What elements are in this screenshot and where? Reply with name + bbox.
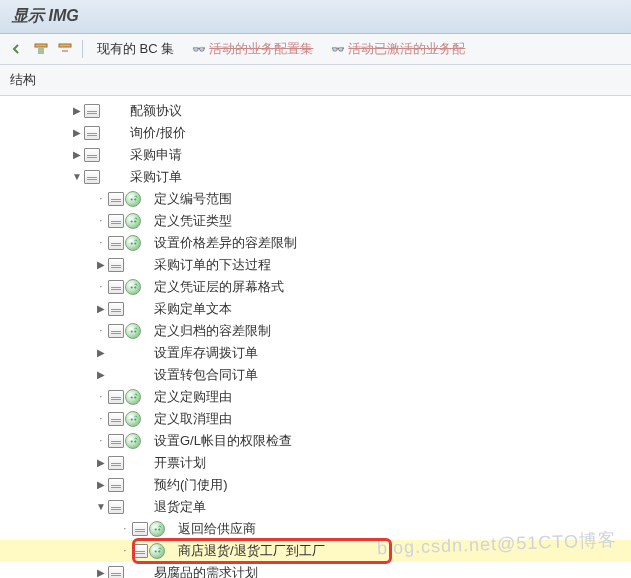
caret-down-icon[interactable]: ▼	[70, 170, 84, 184]
caret-right-icon[interactable]: ▶	[94, 566, 108, 578]
execute-icon[interactable]	[125, 191, 141, 207]
active-config-set-button[interactable]: 👓活动的业务配置集	[184, 38, 321, 60]
tree-node-label: 采购申请	[124, 144, 182, 166]
svg-point-19	[158, 528, 160, 530]
document-icon[interactable]	[84, 126, 100, 140]
execute-icon[interactable]	[125, 389, 141, 405]
document-icon[interactable]	[108, 214, 124, 228]
tree-row[interactable]: ▶采购订单的下达过程	[0, 254, 631, 276]
caret-right-icon[interactable]: ▶	[94, 456, 108, 470]
tree-row[interactable]: ▶开票计划	[0, 452, 631, 474]
tree-row[interactable]: ▶易腐品的需求计划	[0, 562, 631, 578]
svg-point-12	[130, 396, 132, 398]
document-icon[interactable]	[108, 456, 124, 470]
execute-icon[interactable]	[149, 543, 165, 559]
execute-icon[interactable]	[125, 213, 141, 229]
caret-right-icon[interactable]: ▶	[70, 148, 84, 162]
document-icon[interactable]	[108, 258, 124, 272]
document-icon[interactable]	[84, 148, 100, 162]
bullet-icon: ·	[118, 522, 132, 536]
tree-row[interactable]: ·设置G/L帐目的权限检查	[0, 430, 631, 452]
document-icon[interactable]	[108, 192, 124, 206]
svg-point-20	[154, 550, 156, 552]
svg-point-5	[134, 220, 136, 222]
tree-node-label: 定义凭证类型	[148, 210, 232, 232]
tree-node-label: 询价/报价	[124, 122, 186, 144]
glasses-icon: 👓	[192, 43, 206, 55]
tree-row[interactable]: ·定义定购理由	[0, 386, 631, 408]
document-icon[interactable]	[108, 478, 124, 492]
svg-point-7	[134, 242, 136, 244]
execute-icon[interactable]	[125, 323, 141, 339]
structure-header: 结构	[0, 65, 631, 96]
bullet-icon: ·	[94, 412, 108, 426]
document-icon[interactable]	[108, 390, 124, 404]
bullet-icon: ·	[118, 544, 132, 558]
caret-right-icon[interactable]: ▶	[70, 126, 84, 140]
tree-row[interactable]: ·定义凭证类型	[0, 210, 631, 232]
caret-right-icon[interactable]: ▶	[94, 258, 108, 272]
tree-row[interactable]: ▼退货定单	[0, 496, 631, 518]
svg-point-2	[130, 198, 132, 200]
document-icon[interactable]	[108, 412, 124, 426]
svg-point-21	[158, 550, 160, 552]
caret-right-icon[interactable]: ▶	[94, 346, 108, 360]
svg-point-3	[134, 198, 136, 200]
glasses-icon: 👓	[331, 43, 345, 55]
execute-icon[interactable]	[125, 411, 141, 427]
tree-node-label: 采购定单文本	[148, 298, 232, 320]
tree-row[interactable]: ·定义取消理由	[0, 408, 631, 430]
caret-right-icon[interactable]: ▶	[94, 302, 108, 316]
toolbar-collapse-icon[interactable]	[54, 39, 76, 59]
toolbar-expand-icon[interactable]	[30, 39, 52, 59]
tree-row[interactable]: ·定义凭证层的屏幕格式	[0, 276, 631, 298]
tree-row[interactable]: ·设置价格差异的容差限制	[0, 232, 631, 254]
tree-row[interactable]: ·定义归档的容差限制	[0, 320, 631, 342]
caret-right-icon[interactable]: ▶	[70, 104, 84, 118]
execute-icon[interactable]	[125, 279, 141, 295]
document-icon[interactable]	[84, 170, 100, 184]
document-icon[interactable]	[108, 236, 124, 250]
toolbar-back-icon[interactable]	[6, 39, 28, 59]
caret-down-icon[interactable]: ▼	[94, 500, 108, 514]
bullet-icon: ·	[94, 434, 108, 448]
execute-icon[interactable]	[125, 235, 141, 251]
svg-point-9	[134, 286, 136, 288]
document-icon[interactable]	[84, 104, 100, 118]
tree-row[interactable]: ·返回给供应商	[0, 518, 631, 540]
svg-point-15	[134, 418, 136, 420]
svg-point-17	[134, 440, 136, 442]
tree-row[interactable]: ▶设置库存调拨订单	[0, 342, 631, 364]
document-icon[interactable]	[132, 522, 148, 536]
caret-right-icon[interactable]: ▶	[94, 368, 108, 382]
tree-row[interactable]: ·定义编号范围	[0, 188, 631, 210]
execute-icon[interactable]	[149, 521, 165, 537]
tree-row[interactable]: ▼采购订单	[0, 166, 631, 188]
tree-node-label: 设置转包合同订单	[148, 364, 258, 386]
svg-point-18	[154, 528, 156, 530]
tree-row[interactable]: ▶采购申请	[0, 144, 631, 166]
document-icon[interactable]	[108, 434, 124, 448]
tree-node-label: 定义定购理由	[148, 386, 232, 408]
tree-row[interactable]: ▶询价/报价	[0, 122, 631, 144]
existing-bc-set-button[interactable]: 现有的 BC 集	[89, 38, 182, 60]
caret-right-icon[interactable]: ▶	[94, 478, 108, 492]
tree-node-label: 定义编号范围	[148, 188, 232, 210]
execute-icon[interactable]	[125, 433, 141, 449]
document-icon[interactable]	[108, 500, 124, 514]
bullet-icon: ·	[94, 236, 108, 250]
tree-row[interactable]: ▶设置转包合同订单	[0, 364, 631, 386]
tree-node-label: 返回给供应商	[172, 518, 256, 540]
tree-row[interactable]: ▶预约(门使用)	[0, 474, 631, 496]
tree-row[interactable]: ▶采购定单文本	[0, 298, 631, 320]
activated-config-set-button[interactable]: 👓活动已激活的业务配	[323, 38, 473, 60]
svg-point-16	[130, 440, 132, 442]
document-icon[interactable]	[108, 324, 124, 338]
tree-row[interactable]: ·商店退货/退货工厂到工厂	[0, 540, 631, 562]
document-icon[interactable]	[132, 544, 148, 558]
tree-node-label: 配额协议	[124, 100, 182, 122]
document-icon[interactable]	[108, 566, 124, 578]
tree-row[interactable]: ▶配额协议	[0, 100, 631, 122]
document-icon[interactable]	[108, 302, 124, 316]
document-icon[interactable]	[108, 280, 124, 294]
